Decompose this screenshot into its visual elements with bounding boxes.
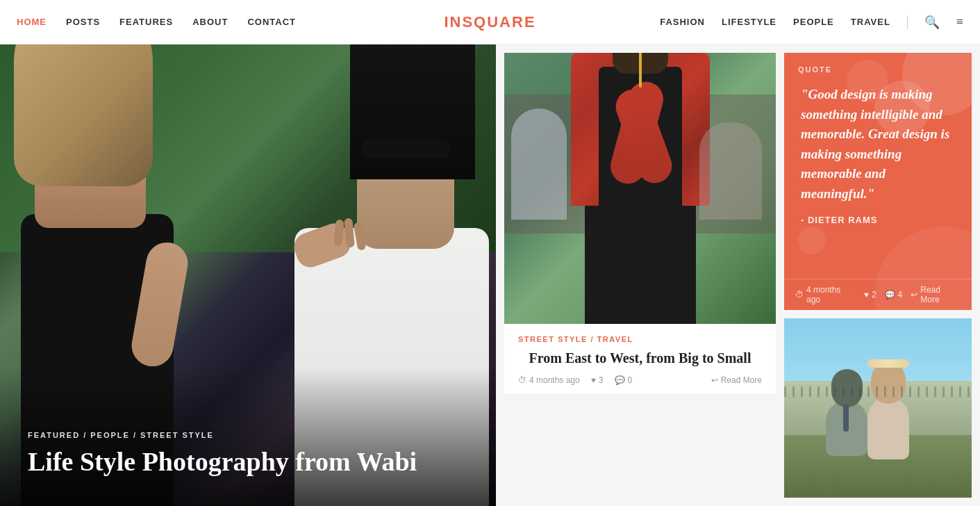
- menu-icon[interactable]: ≡: [956, 15, 963, 29]
- hero-section[interactable]: FEATURED / PEOPLE / STREET STYLE Life St…: [0, 44, 496, 506]
- article-read-more[interactable]: ↩ Read More: [711, 375, 762, 385]
- heart-icon: ♥: [591, 375, 596, 385]
- nav-divider: [907, 15, 908, 29]
- nav-home[interactable]: HOME: [17, 17, 47, 27]
- hero-caption: FEATURED / PEOPLE / STREET STYLE Life St…: [28, 431, 468, 478]
- quote-comments-count: 4: [898, 290, 903, 300]
- quote-read-more[interactable]: ↩ Read More: [911, 285, 961, 304]
- site-logo[interactable]: INSQUARE: [444, 13, 535, 31]
- nav-lifestyle[interactable]: LIFESTYLE: [722, 17, 776, 27]
- travel-card[interactable]: [784, 318, 972, 498]
- quote-card: QUOTE "Good design is making something i…: [784, 53, 972, 310]
- quote-time-label: 4 months ago: [806, 285, 856, 304]
- right-panel: STREET STYLE / TRAVEL From East to West,…: [496, 44, 980, 506]
- nav-features[interactable]: FEATURES: [119, 17, 173, 27]
- read-more-label: Read More: [721, 375, 762, 385]
- article-body: STREET STYLE / TRAVEL From East to West,…: [504, 324, 776, 393]
- travel-image: [784, 318, 972, 498]
- nav-fashion[interactable]: FASHION: [660, 17, 705, 27]
- navigation: HOME POSTS FEATURES ABOUT CONTACT INSQUA…: [0, 0, 980, 44]
- quote-author: - DIETER RAMS: [784, 215, 972, 236]
- right-column: QUOTE "Good design is making something i…: [784, 53, 972, 498]
- main-layout: FEATURED / PEOPLE / STREET STYLE Life St…: [0, 44, 980, 506]
- quote-meta: ⏱ 4 months ago ♥ 2 💬 4 ↩: [784, 279, 972, 310]
- nav-about[interactable]: ABOUT: [192, 17, 228, 27]
- quote-time: ⏱ 4 months ago: [795, 285, 856, 304]
- comment-icon: 💬: [615, 375, 625, 385]
- share-icon: ↩: [711, 375, 718, 385]
- article-comments-count: 0: [628, 375, 633, 385]
- nav-contact[interactable]: CONTACT: [247, 17, 296, 27]
- article-img-background: [504, 53, 776, 324]
- quote-label: QUOTE: [784, 53, 972, 74]
- search-icon[interactable]: 🔍: [924, 15, 940, 30]
- heart-icon: ♥: [864, 290, 869, 300]
- quote-comments[interactable]: 💬 4: [885, 290, 903, 300]
- hero-tags: FEATURED / PEOPLE / STREET STYLE: [28, 431, 468, 439]
- article-category: STREET STYLE / TRAVEL: [518, 335, 762, 343]
- article-image: [504, 53, 776, 324]
- nav-posts[interactable]: POSTS: [66, 17, 100, 27]
- quote-text: "Good design is making something intelli…: [784, 74, 972, 215]
- comment-icon: 💬: [885, 290, 895, 300]
- nav-travel[interactable]: TRAVEL: [851, 17, 890, 27]
- share-icon: ↩: [911, 290, 917, 300]
- nav-left: HOME POSTS FEATURES ABOUT CONTACT: [17, 17, 296, 27]
- article-meta: ⏱ 4 months ago ♥ 3 💬 0: [518, 375, 762, 385]
- logo-highlight: Q: [474, 13, 487, 31]
- article-time: ⏱ 4 months ago: [518, 375, 580, 385]
- article-title: From East to West, from Big to Small: [518, 349, 762, 367]
- quote-likes-count: 2: [872, 290, 877, 300]
- nav-right: FASHION LIFESTYLE PEOPLE TRAVEL 🔍 ≡: [660, 15, 963, 30]
- article-likes-count: 3: [599, 375, 604, 385]
- nav-people[interactable]: PEOPLE: [793, 17, 834, 27]
- logo-text-1: INS: [444, 13, 474, 31]
- quote-read-more-label: Read More: [920, 285, 961, 304]
- article-card: STREET STYLE / TRAVEL From East to West,…: [504, 53, 776, 393]
- article-likes[interactable]: ♥ 3: [591, 375, 604, 385]
- right-columns: STREET STYLE / TRAVEL From East to West,…: [504, 53, 972, 498]
- hero-title: Life Style Photography from Wabi: [28, 446, 468, 478]
- clock-icon: ⏱: [795, 290, 804, 300]
- article-time-label: 4 months ago: [529, 375, 580, 385]
- article-column: STREET STYLE / TRAVEL From East to West,…: [504, 53, 776, 498]
- quote-likes[interactable]: ♥ 2: [864, 290, 877, 300]
- article-comments[interactable]: 💬 0: [615, 375, 633, 385]
- clock-icon: ⏱: [518, 375, 526, 385]
- logo-text-2: UARE: [487, 13, 535, 31]
